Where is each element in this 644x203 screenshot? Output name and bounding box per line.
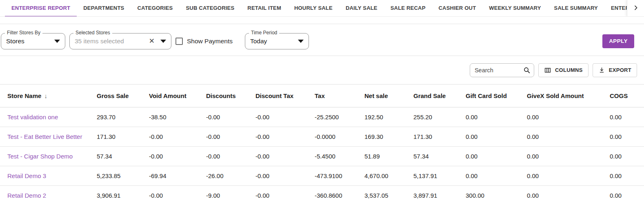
cell-void-amount: -69.94 xyxy=(142,166,199,185)
cell-tax: -5.4500 xyxy=(307,146,357,166)
tab-sale-recap[interactable]: SALE RECAP xyxy=(384,0,432,17)
filter-stores-by-select[interactable]: Filter Stores By Stores xyxy=(1,33,65,49)
cell-tax: -0.0000 xyxy=(307,127,357,146)
store-name-link[interactable]: Test - Eat Better Live Better xyxy=(7,133,82,140)
show-payments-checkbox[interactable] xyxy=(175,38,183,45)
filter-stores-by-label: Filter Stores By xyxy=(5,30,42,36)
table-row: Test - Cigar Shop Demo57.34-0.00-0.00-0.… xyxy=(0,146,644,166)
view-columns-icon xyxy=(544,67,551,74)
cell-void-amount: -38.50 xyxy=(142,107,199,127)
cell-cogs: 0.00 xyxy=(602,127,644,146)
export-button[interactable]: EXPORT xyxy=(593,63,637,77)
download-icon xyxy=(598,67,605,74)
cell-discount-tax: -0.00 xyxy=(248,146,307,166)
filter-bar: Filter Stores By Stores Selected Stores … xyxy=(0,24,644,56)
tab-daily-sale[interactable]: DAILY SALE xyxy=(339,0,384,17)
selected-stores-select[interactable]: Selected Stores 35 items selected ✕ xyxy=(69,33,171,49)
table-row: Retail Demo 35,233.85-69.94-26.00-0.00-4… xyxy=(0,166,644,185)
tab-sub-categories[interactable]: SUB CATEGORIES xyxy=(179,0,241,17)
cell-gift-card-sold: 0.00 xyxy=(458,107,520,127)
tab-retail-item[interactable]: RETAIL ITEM xyxy=(241,0,288,17)
column-header-void-amount[interactable]: Void Amount xyxy=(142,85,199,107)
cell-grand-sale: 3,897.91 xyxy=(406,185,458,203)
cell-net-sale: 51.89 xyxy=(357,146,406,166)
cell-void-amount: -0.00 xyxy=(142,185,199,203)
enterprise-report-table: Store Name↓Gross SaleVoid AmountDiscount… xyxy=(0,85,644,203)
cell-discount-tax: -0.00 xyxy=(248,107,307,127)
column-header-gift-card-sold[interactable]: Gift Card Sold xyxy=(458,85,520,107)
store-name-link[interactable]: Test - Cigar Shop Demo xyxy=(7,153,73,160)
tab-enterprise-report[interactable]: ENTERPRISE REPORT xyxy=(5,0,77,17)
table-row: Test validation one293.70-38.50-0.00-0.0… xyxy=(0,107,644,127)
cell-discounts: -0.00 xyxy=(199,146,248,166)
column-header-givex-sold-amount[interactable]: GiveX Sold Amount xyxy=(520,85,602,107)
store-name-cell: Test - Cigar Shop Demo xyxy=(0,146,89,166)
cell-gross-sale: 5,233.85 xyxy=(89,166,142,185)
tabs-scroll-right-button[interactable] xyxy=(627,0,644,16)
sort-descending-icon: ↓ xyxy=(44,92,47,99)
cell-gift-card-sold: 0.00 xyxy=(458,166,520,185)
cell-givex-sold-amount: 0.00 xyxy=(520,146,602,166)
cell-gross-sale: 57.34 xyxy=(89,146,142,166)
column-header-net-sale[interactable]: Net sale xyxy=(357,85,406,107)
cell-net-sale: 169.30 xyxy=(357,127,406,146)
tab-hourly-sale[interactable]: HOURLY SALE xyxy=(288,0,339,17)
section-divider xyxy=(0,17,644,24)
cell-discount-tax: -0.00 xyxy=(248,127,307,146)
selected-stores-value: 35 items selected xyxy=(75,38,149,45)
time-period-select[interactable]: Time Period Today xyxy=(245,33,309,49)
table-row: Test - Eat Better Live Better171.30-0.00… xyxy=(0,127,644,146)
column-header-store-name[interactable]: Store Name↓ xyxy=(0,85,89,107)
cell-discounts: -0.00 xyxy=(199,127,248,146)
cell-gift-card-sold: 0.00 xyxy=(458,146,520,166)
column-header-discounts[interactable]: Discounts xyxy=(199,85,248,107)
cell-discounts: -0.00 xyxy=(199,107,248,127)
tab-weekly-summary[interactable]: WEEKLY SUMMARY xyxy=(482,0,547,17)
columns-button[interactable]: COLUMNS xyxy=(538,63,588,77)
cell-cogs: 0.00 xyxy=(602,166,644,185)
cell-tax: -360.8600 xyxy=(307,185,357,203)
caret-down-icon xyxy=(54,40,60,43)
search-icon xyxy=(523,67,531,74)
search-box xyxy=(470,63,534,77)
table-header-row: Store Name↓Gross SaleVoid AmountDiscount… xyxy=(0,85,644,107)
column-header-gross-sale[interactable]: Gross Sale xyxy=(89,85,142,107)
tab-cashier-out[interactable]: CASHIER OUT xyxy=(432,0,483,17)
tab-sale-summary[interactable]: SALE SUMMARY xyxy=(548,0,604,17)
tab-departments[interactable]: DEPARTMENTS xyxy=(77,0,131,17)
column-header-tax[interactable]: Tax xyxy=(307,85,357,107)
column-header-discount-tax[interactable]: Discount Tax xyxy=(248,85,307,107)
cell-givex-sold-amount: 0.00 xyxy=(520,185,602,203)
clear-selection-icon[interactable]: ✕ xyxy=(149,38,155,45)
filter-stores-by-value: Stores xyxy=(6,38,54,45)
tab-categories[interactable]: CATEGORIES xyxy=(131,0,179,17)
column-header-cogs[interactable]: COGS xyxy=(602,85,644,107)
table-toolbar: COLUMNS EXPORT xyxy=(0,56,644,85)
cell-gross-sale: 171.30 xyxy=(89,127,142,146)
cell-net-sale: 192.50 xyxy=(357,107,406,127)
cell-void-amount: -0.00 xyxy=(142,127,199,146)
store-name-cell: Test validation one xyxy=(0,107,89,127)
apply-button[interactable]: APPLY xyxy=(602,34,634,48)
cell-discounts: -9.00 xyxy=(199,185,248,203)
cell-net-sale: 3,537.05 xyxy=(357,185,406,203)
cell-grand-sale: 255.20 xyxy=(406,107,458,127)
caret-down-icon xyxy=(160,40,166,43)
cell-grand-sale: 57.34 xyxy=(406,146,458,166)
cell-void-amount: -0.00 xyxy=(142,146,199,166)
table-body: Test validation one293.70-38.50-0.00-0.0… xyxy=(0,107,644,203)
store-name-link[interactable]: Retail Demo 3 xyxy=(7,172,46,179)
caret-down-icon xyxy=(298,40,304,43)
cell-cogs: 0.00 xyxy=(602,146,644,166)
cell-tax: -473.9100 xyxy=(307,166,357,185)
store-name-link[interactable]: Test validation one xyxy=(7,114,58,120)
show-payments-checkbox-wrap[interactable]: Show Payments xyxy=(175,38,233,45)
cell-grand-sale: 171.30 xyxy=(406,127,458,146)
store-name-link[interactable]: Retail Demo 2 xyxy=(7,192,46,199)
chevron-right-icon xyxy=(633,4,639,12)
cell-cogs: 0.00 xyxy=(602,185,644,203)
cell-givex-sold-amount: 0.00 xyxy=(520,107,602,127)
show-payments-label: Show Payments xyxy=(187,38,233,45)
column-header-grand-sale[interactable]: Grand Sale xyxy=(406,85,458,107)
cell-gift-card-sold: 0.00 xyxy=(458,127,520,146)
